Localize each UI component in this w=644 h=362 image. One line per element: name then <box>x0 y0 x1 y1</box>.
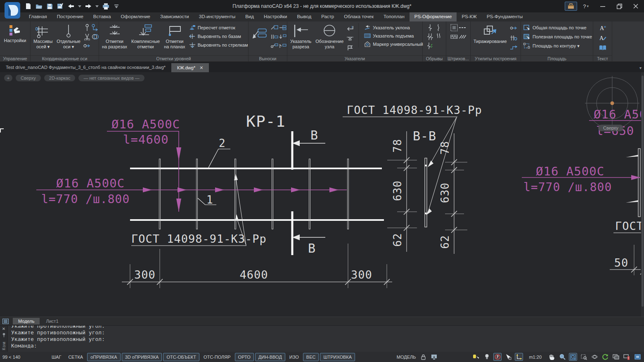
dictionary-icon[interactable] <box>599 45 606 51</box>
panel-label-ukazateli[interactable]: Указатели <box>287 55 422 62</box>
util-grid-node-icon[interactable] <box>510 35 517 41</box>
toggle-3d-oprivyazka[interactable]: 3D оПРИВЯЗКА <box>122 353 162 361</box>
panel-label-otmetki[interactable]: Отметки уровней <box>99 55 248 62</box>
util-step-icon[interactable] <box>510 45 517 50</box>
axis-cut-icon[interactable] <box>84 33 90 40</box>
fullscreen-icon[interactable] <box>633 353 642 361</box>
panel-label-utility[interactable]: Утилиты построения <box>471 55 521 62</box>
panel-label-shtrihovka[interactable]: Штрихов... <box>446 55 470 62</box>
leader-level-icon[interactable] <box>279 43 286 48</box>
viewport-visualstyle-button[interactable]: 2D-каркас <box>44 75 76 81</box>
orbit-icon[interactable] <box>590 353 599 361</box>
tab-topoplan[interactable]: Топоплан <box>379 12 410 21</box>
toggle-shtrihovka[interactable]: ШТРИХОВКА <box>320 353 355 361</box>
drawing-canvas[interactable]: + Сверху 2D-каркас — нет связанных видов… <box>0 72 644 317</box>
viewport-linkedviews-button[interactable]: — нет связанных видов — <box>78 75 144 81</box>
panel-label-ploshchad[interactable]: Площадь <box>521 55 593 62</box>
tab-ps-kzh[interactable]: PS-КЖ <box>457 12 482 21</box>
redo-caret[interactable] <box>95 2 99 10</box>
tab-postroenie[interactable]: Построение <box>52 12 88 21</box>
regen-icon[interactable] <box>601 353 609 361</box>
toggle-ots-obyekt[interactable]: ОТС-ОБЪЕКТ <box>163 353 199 361</box>
help-caret-icon[interactable]: ▾ <box>587 4 589 8</box>
panel-label-tekst[interactable]: Текст <box>593 55 612 62</box>
notifications-icon[interactable]: ! <box>623 353 631 361</box>
area-by-contour-button[interactable]: Площадь по контуру ▾ <box>522 43 593 49</box>
complex-marks-button[interactable]: Комплексные отметки <box>130 23 161 50</box>
zoom-extents-icon[interactable] <box>569 353 577 361</box>
toggle-ots-polyar[interactable]: ОТС-ПОЛЯР <box>201 353 234 361</box>
open-button[interactable] <box>35 2 43 10</box>
axis-move-icon[interactable] <box>83 43 91 49</box>
toggle-ves[interactable]: ВЕС <box>303 353 319 361</box>
align-to-bases-button[interactable]: Выровнять по базам <box>188 33 249 40</box>
hatch-dashes-icon[interactable] <box>459 26 466 29</box>
scrollbar-thumb[interactable] <box>642 76 644 307</box>
locator-view-label[interactable]: Сверху <box>598 125 623 131</box>
toggle-oprivyazka[interactable]: оПРИВЯЗКА <box>87 353 121 361</box>
zoom-window-icon[interactable] <box>580 353 588 361</box>
toggle-shag[interactable]: ШАГ <box>49 353 64 361</box>
usable-area-by-point-button[interactable]: Полезная площадь по точке <box>522 33 593 40</box>
product-box-icon[interactable] <box>565 2 577 11</box>
tab-vid[interactable]: Вид <box>240 12 259 21</box>
panel-label-upravlenie[interactable]: Управление <box>0 55 30 62</box>
hatch-slashes-icon[interactable] <box>459 35 466 39</box>
tab-3d-instrumenty[interactable]: 3D-инструменты <box>194 12 240 21</box>
visibility-cursor-icon[interactable] <box>472 353 480 361</box>
view-mark-icon[interactable]: 1 <box>346 25 354 31</box>
toggle-izo[interactable]: ИЗО <box>286 353 302 361</box>
break-edit-icon[interactable] <box>427 42 433 50</box>
leader-note-button[interactable] <box>250 23 270 46</box>
total-area-by-point-button[interactable]: Общая площадь по точке <box>522 24 593 31</box>
sheet-list-icon[interactable] <box>2 319 9 324</box>
redo-button[interactable] <box>84 2 92 10</box>
toggle-orto[interactable]: ОРТО <box>235 353 254 361</box>
universal-marker-button[interactable]: Маркер универсальный <box>363 41 424 47</box>
level-line-icon[interactable] <box>346 35 354 40</box>
selection-cycling-icon[interactable] <box>493 353 502 361</box>
view-locator[interactable] <box>585 76 639 130</box>
command-history[interactable]: Укажите противоположный угол: Укажите пр… <box>8 326 644 352</box>
help-button[interactable]: ? <box>583 3 586 9</box>
doc-tab-close-icon[interactable]: ✕ <box>199 65 203 71</box>
pan-icon[interactable] <box>547 353 556 361</box>
vertical-scrollbar[interactable] <box>641 72 644 317</box>
single-axis-button[interactable]: Отдельные оси ▾ <box>55 23 82 50</box>
ucs-icon[interactable] <box>515 353 523 361</box>
qat-customize-button[interactable] <box>112 2 121 10</box>
quick-properties-icon[interactable] <box>504 353 512 361</box>
hatch-bricks-icon[interactable] <box>450 35 458 39</box>
replication-button[interactable]: Тиражирование <box>472 23 509 45</box>
tab-rastr[interactable]: Растр <box>316 12 339 21</box>
section-pointer-button[interactable]: Указатель разреза <box>289 23 313 50</box>
break-curve-double-icon[interactable] <box>436 33 441 40</box>
command-close-icon[interactable]: ✕ <box>2 327 5 331</box>
tab-nastroyki[interactable]: Настройки <box>259 12 292 21</box>
panel-label-vynoski[interactable]: Выноски <box>249 55 287 62</box>
tab-oblaka-tochek[interactable]: Облака точек <box>339 12 379 21</box>
leader-node-icon[interactable] <box>271 25 278 30</box>
command-pin-icon[interactable] <box>2 333 6 337</box>
util-axis-arrow-icon[interactable] <box>510 25 517 31</box>
leader-down-icon[interactable] <box>279 34 286 39</box>
save-button[interactable] <box>45 2 54 10</box>
viewport-add-button[interactable]: + <box>4 75 12 81</box>
leader-chain-icon[interactable] <box>279 25 286 30</box>
toggle-setka[interactable]: СЕТКА <box>65 353 86 361</box>
doc-tab-kzh[interactable]: КЖ.dwg* ✕ <box>171 63 209 72</box>
print-button[interactable] <box>102 2 110 10</box>
axis-numbering-icon[interactable] <box>92 33 99 40</box>
axis-arrays-button[interactable]: Массивы осей ▾ <box>32 23 54 50</box>
panel-label-osi[interactable]: Координационные оси <box>31 55 99 62</box>
marks-on-sections-button[interactable]: Отметки на разрезах <box>100 23 129 50</box>
tab-glavnaya[interactable]: Главная <box>24 12 52 21</box>
marks-on-plans-button[interactable]: Отметки на планах <box>162 23 187 50</box>
annot-monitor-icon[interactable] <box>430 353 438 361</box>
tab-vstavka[interactable]: Вставка <box>88 12 116 21</box>
toggle-din-vvod[interactable]: ДИН-ВВОД <box>255 353 285 361</box>
annotation-scale[interactable]: m1:20 <box>529 355 542 360</box>
tab-ps-fundamenty[interactable]: PS-Фундаменты <box>482 12 528 21</box>
save-all-button[interactable] <box>56 2 64 10</box>
settings-button[interactable]: Настройки <box>2 23 28 44</box>
